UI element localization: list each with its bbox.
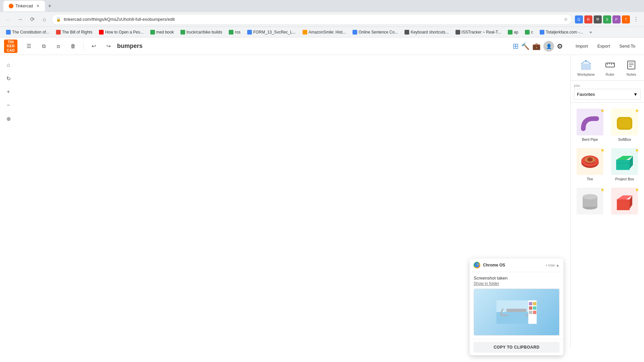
right-panel: Workplane Ruler: [570, 55, 644, 347]
shape-project-box[interactable]: ★ Project Box: [609, 146, 641, 183]
svg-rect-59: [529, 311, 532, 314]
bookmark-ros[interactable]: ros: [226, 29, 243, 36]
ext-icon-5[interactable]: P: [612, 15, 621, 23]
action-buttons: Import Export Send To: [571, 42, 640, 51]
export-btn[interactable]: Export: [593, 42, 615, 51]
softbox-star: ★: [635, 108, 639, 113]
bookmark-med-book[interactable]: med book: [148, 29, 177, 36]
shape-tire[interactable]: ★ Tire: [574, 146, 606, 183]
bookmark-label-10: Keyboard shortcuts...: [411, 30, 448, 35]
bookmark-iss[interactable]: ISSTracker ~ Real-T...: [453, 29, 504, 36]
bookmark-constitution[interactable]: The Constitution of...: [3, 29, 52, 36]
bookmark-label-1: The Constitution of...: [12, 30, 49, 35]
send-to-btn[interactable]: Send To: [615, 42, 640, 51]
import-btn[interactable]: Import: [571, 42, 593, 51]
notif-subtitle[interactable]: Show in folder: [474, 281, 559, 286]
undo-btn[interactable]: ↩: [88, 40, 100, 52]
svg-line-20: [586, 60, 591, 64]
svg-rect-39: [616, 160, 630, 170]
forward-btn[interactable]: →: [15, 15, 25, 24]
bookmark-bill-of-rights[interactable]: The Bill of Rights: [53, 29, 95, 36]
ruler-tool[interactable]: Ruler: [601, 58, 619, 78]
redo-btn[interactable]: ↪: [102, 40, 114, 52]
ext-icon-3[interactable]: ⚙: [594, 15, 602, 23]
bookmark-how-to-open[interactable]: How to Open a Pes...: [96, 29, 146, 36]
svg-rect-58: [533, 306, 536, 310]
bent-pipe-label: Bent Pipe: [582, 137, 598, 141]
ruler-icon: [604, 59, 616, 71]
ext-icon-6[interactable]: T: [622, 15, 630, 23]
home-btn[interactable]: ⌂: [40, 15, 49, 24]
bookmark-form13[interactable]: FORM_13_SvcRec_L...: [245, 29, 299, 36]
logo-box: TINKERCAD: [4, 40, 17, 53]
menu-btn[interactable]: ☰: [23, 40, 35, 52]
tab-favicon: [9, 4, 13, 8]
workplane-label: Workplane: [577, 72, 595, 76]
separator-1: [83, 42, 84, 50]
bookmark-truck[interactable]: truck/car/bike builds: [178, 29, 225, 36]
ext-icon-1[interactable]: G: [575, 15, 583, 23]
red-box-star: ★: [635, 187, 639, 192]
delete-btn[interactable]: 🗑: [67, 40, 79, 52]
hammer-icon[interactable]: 🔨: [521, 42, 530, 50]
address-bar[interactable]: 🔒 tinkercad.com/things/kQmsZvUhoh8-full-…: [52, 14, 572, 25]
settings-icon[interactable]: ⚙: [557, 42, 563, 50]
zoom-out-btn[interactable]: −: [2, 99, 14, 111]
screenshot-inner: [474, 289, 559, 335]
svg-line-19: [581, 60, 586, 64]
notif-time: • now ▲: [546, 263, 559, 267]
bookmark-sentence[interactable]: Online Sentence Co...: [350, 29, 400, 36]
refresh-btn[interactable]: ⟳: [28, 15, 37, 24]
home-view-btn[interactable]: ⌂: [2, 59, 14, 71]
svg-rect-53: [506, 309, 527, 312]
bookmark-more[interactable]: »: [587, 29, 595, 36]
copy-btn[interactable]: ⧈: [52, 40, 64, 52]
bookmark-label-4: med book: [156, 30, 174, 35]
bookmark-keyboard[interactable]: Keyboard shortcuts...: [402, 29, 451, 36]
bookmark-label-14: Totaljerkface.com -...: [546, 30, 583, 35]
shape-cylinder[interactable]: ★: [574, 186, 606, 219]
back-btn[interactable]: ←: [3, 15, 13, 24]
zoom-fit-btn[interactable]: ⊕: [2, 113, 14, 125]
bookmark-totaljerkface[interactable]: Totaljerkface.com -...: [537, 29, 586, 36]
shapes-grid: › ★ Bent Pipe: [571, 103, 644, 223]
zoom-in-btn[interactable]: +: [2, 86, 14, 98]
briefcase-icon[interactable]: 💼: [532, 42, 541, 50]
notes-label: Notes: [627, 72, 636, 76]
url-text: tinkercad.com/things/kQmsZvUhoh8-full-ex…: [64, 17, 561, 22]
bookmark-label-11: ISSTracker ~ Real-T...: [462, 30, 501, 35]
svg-rect-55: [529, 302, 532, 305]
svg-rect-32: [618, 118, 631, 128]
shape-bent-pipe[interactable]: ★ Bent Pipe: [574, 107, 606, 143]
duplicate-btn[interactable]: ⧉: [38, 40, 50, 52]
shape-softbox[interactable]: ★ SoftBox: [609, 107, 641, 143]
tab-label: Tinkercad: [15, 4, 33, 8]
ext-icon-4[interactable]: S: [603, 15, 611, 23]
notif-footer: COPY TO CLIPBOARD: [470, 339, 564, 355]
copy-to-clipboard-btn[interactable]: COPY TO CLIPBOARD: [474, 342, 559, 353]
bent-pipe-star: ★: [600, 108, 605, 113]
new-tab-btn[interactable]: +: [45, 1, 54, 11]
tab-close-btn[interactable]: ✕: [36, 4, 40, 8]
red-box-thumb: [611, 188, 638, 215]
active-tab[interactable]: Tinkercad ✕: [3, 1, 45, 11]
shape-red-box[interactable]: ★: [609, 186, 641, 219]
project-name: bumpers: [117, 43, 143, 50]
tire-star: ★: [600, 147, 605, 153]
notes-tool[interactable]: Notes: [623, 58, 640, 78]
logo-text: TINKERCAD: [7, 40, 15, 52]
extensions-menu-btn[interactable]: ⋮: [631, 15, 641, 24]
viewport-icon[interactable]: ⊞: [513, 42, 519, 51]
user-avatar[interactable]: 👤: [543, 41, 554, 52]
bookmark-c[interactable]: c: [522, 29, 536, 36]
notif-body: Screenshot taken Show in folder: [470, 272, 564, 339]
category-dropdown[interactable]: Favorites ▼: [574, 89, 641, 100]
ext-icon-2[interactable]: R: [584, 15, 592, 23]
bookmark-star-icon[interactable]: ☆: [564, 17, 568, 22]
app-logo: TINKERCAD: [4, 40, 17, 53]
bookmark-amazon[interactable]: AmazonSmile: Hist...: [300, 29, 348, 36]
bookmark-ap[interactable]: ap: [505, 29, 521, 36]
workplane-tool[interactable]: Workplane: [575, 58, 597, 78]
orbit-btn[interactable]: ↻: [2, 72, 14, 84]
svg-rect-47: [617, 199, 630, 210]
